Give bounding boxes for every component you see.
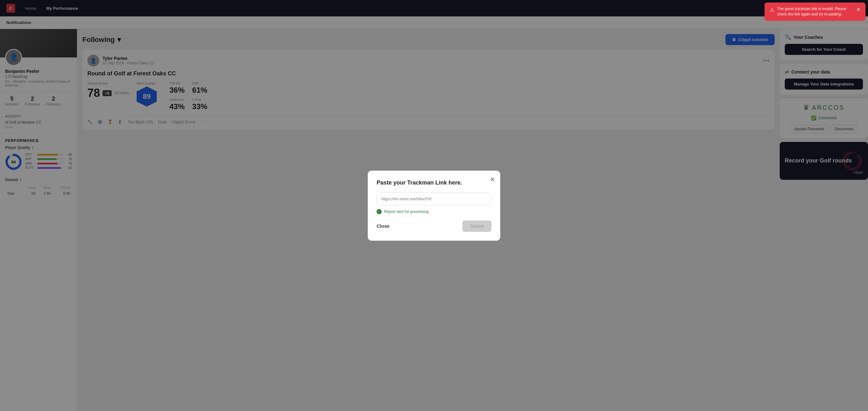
success-check-icon: ✓ [377, 209, 382, 214]
success-text: Report sent for processing [384, 210, 429, 214]
trackman-link-input[interactable] [377, 192, 491, 205]
alert-icon: ⚠ [770, 7, 774, 13]
trackman-modal: Paste your Trackman Link here. ✕ ✓ Repor… [368, 171, 500, 241]
alert-close-icon[interactable]: ✕ [856, 6, 861, 13]
modal-overlay[interactable]: Paste your Trackman Link here. ✕ ✓ Repor… [0, 0, 868, 411]
alert-message: The given trackman link is invalid. Plea… [777, 6, 853, 17]
alert-banner: ⚠ The given trackman link is invalid. Pl… [765, 2, 866, 21]
modal-success-message: ✓ Report sent for processing [377, 209, 491, 214]
modal-actions: Close Submit [377, 220, 491, 232]
modal-close-button[interactable]: ✕ [490, 176, 495, 183]
modal-submit-btn[interactable]: Submit [462, 220, 491, 232]
modal-title: Paste your Trackman Link here. [377, 180, 491, 186]
modal-close-btn[interactable]: Close [377, 223, 390, 229]
